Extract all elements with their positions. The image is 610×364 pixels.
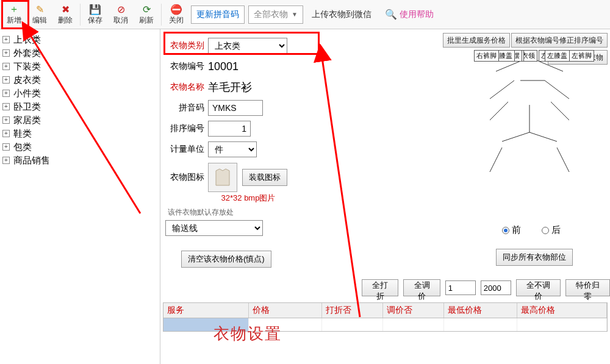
expand-icon[interactable]: + <box>2 157 10 164</box>
store-select[interactable]: 输送线 <box>165 220 263 236</box>
edit-button[interactable]: ✎ 编辑 <box>27 1 52 28</box>
adjust-val2-input[interactable] <box>481 280 511 295</box>
delete-button[interactable]: ✖ 删除 <box>52 1 78 28</box>
category-select[interactable]: 上衣类 <box>208 38 287 54</box>
special-zero-button[interactable]: 特价归零 <box>565 279 610 296</box>
top-right-buttons: 批里生成服务价格 根据衣物编号修正排序编号 <box>443 33 608 48</box>
front-back-radio: 前 后 <box>502 224 561 236</box>
r-foot-label[interactable]: 右裤脚 <box>474 50 499 62</box>
no-adjust-button[interactable]: 全不调价 <box>516 279 561 296</box>
sort-label: 排序编号 <box>163 123 208 134</box>
pencil-icon: ✎ <box>34 3 46 15</box>
icon-preview <box>208 163 237 192</box>
expand-icon[interactable]: + <box>2 130 10 137</box>
expand-icon[interactable]: + <box>2 49 10 57</box>
all-discount-button[interactable]: 全打折 <box>362 279 398 296</box>
tree-item-label: 皮衣类 <box>13 74 41 86</box>
tree-item-label: 上衣类 <box>13 34 41 46</box>
tree-item-0[interactable]: +上衣类 <box>2 33 157 46</box>
pinyin-input[interactable] <box>208 100 263 116</box>
edit-label: 编辑 <box>32 15 47 26</box>
tree-item-label: 下装类 <box>13 61 41 73</box>
col-service: 服务 <box>163 303 249 318</box>
l-knee-label[interactable]: 左膝盖 <box>545 50 570 62</box>
expand-icon[interactable]: + <box>2 63 10 70</box>
expand-icon[interactable]: + <box>2 76 10 84</box>
refresh-label: 刷新 <box>139 15 154 26</box>
all-clothes-dropdown[interactable]: 全部衣物 ▼ <box>248 5 303 24</box>
icon-label: 衣物图标 <box>163 172 208 183</box>
clothes-form: 衣物类别 上衣类 衣物编号 10001 衣物名称 羊毛开衫 拼音码 排序编号 计… <box>163 35 334 268</box>
help-button[interactable]: 🔍 使用帮助 <box>380 5 439 24</box>
icon-hint: 32*32 bmp图片 <box>221 193 276 202</box>
tree-item-3[interactable]: +皮衣类 <box>2 73 157 87</box>
save-button[interactable]: 💾 保存 <box>82 1 108 28</box>
adjust-val1-input[interactable] <box>445 280 476 295</box>
table-header: 服务 价格 打折否 调价否 最低价格 最高价格 <box>163 302 608 318</box>
l-foot-label[interactable]: 左裤脚 <box>569 50 594 62</box>
toolbar: ＋ 新增 ✎ 编辑 ✖ 删除 💾 保存 ⊘ 取消 ⟳ 刷新 ⛔ 关闭 更新拼音码… <box>0 0 610 29</box>
cancel-button[interactable]: ⊘ 取消 <box>108 1 134 28</box>
close-button[interactable]: ⛔ 关闭 <box>163 1 189 28</box>
cancel-icon: ⊘ <box>115 3 127 15</box>
number-value: 10001 <box>208 60 239 73</box>
tree-item-8[interactable]: +包类 <box>2 140 157 154</box>
unit-label: 计量单位 <box>163 144 208 155</box>
sort-input[interactable] <box>208 121 251 137</box>
clear-price-button[interactable]: 清空该衣物价格(慎点) <box>181 251 271 268</box>
fix-order-button[interactable]: 根据衣物编号修正排序编号 <box>511 33 608 48</box>
plus-icon: ＋ <box>8 3 20 15</box>
tree-item-label: 外套类 <box>13 48 41 59</box>
back-radio[interactable]: 后 <box>542 224 561 236</box>
update-pinyin-button[interactable]: 更新拼音码 <box>191 5 245 24</box>
tree-item-9[interactable]: +商品销售 <box>2 154 157 167</box>
new-button[interactable]: ＋ 新增 <box>1 1 27 28</box>
update-pinyin-label: 更新拼音码 <box>196 9 239 20</box>
all-clothes-label: 全部衣物 <box>254 9 288 20</box>
close-label: 关闭 <box>169 15 184 26</box>
tree-item-7[interactable]: +鞋类 <box>2 127 157 140</box>
front-radio[interactable]: 前 <box>502 224 521 236</box>
delete-label: 删除 <box>58 15 73 26</box>
store-hint: 该件衣物默认存放处 <box>168 208 234 216</box>
load-icon-button[interactable]: 装载图标 <box>242 169 287 186</box>
cancel-label: 取消 <box>113 15 128 26</box>
body-diagram: 衣领 右袖 左袖 右胸 左胸 右下摆 左下摆 右裤腰 左裤腰 右膝盖 左膝盖 右… <box>453 50 606 209</box>
col-minprice: 最低价格 <box>444 303 517 318</box>
tree-item-2[interactable]: +下装类 <box>2 60 157 73</box>
tree-item-4[interactable]: +小件类 <box>2 87 157 100</box>
magnifier-icon: 🔍 <box>385 9 397 20</box>
expand-icon[interactable]: + <box>2 143 10 151</box>
col-price: 价格 <box>249 303 322 318</box>
tree-item-5[interactable]: +卧卫类 <box>2 100 157 113</box>
expand-icon[interactable]: + <box>2 36 10 43</box>
col-discount: 打折否 <box>322 303 383 318</box>
unit-select[interactable]: 件 <box>208 141 257 157</box>
upload-wechat-label: 上传衣物到微信 <box>312 9 371 20</box>
upload-wechat-button[interactable]: 上传衣物到微信 <box>307 5 376 24</box>
category-label: 衣物类别 <box>163 40 208 51</box>
new-label: 新增 <box>7 15 21 26</box>
tree-item-label: 鞋类 <box>13 128 32 140</box>
tree-item-label: 家居类 <box>13 115 41 126</box>
expand-icon[interactable]: + <box>2 90 10 97</box>
price-adjust-row: 全打折 全调价 全不调价 特价归零 <box>362 279 610 296</box>
refresh-button[interactable]: ⟳ 刷新 <box>134 1 159 28</box>
expand-icon[interactable]: + <box>2 103 10 110</box>
number-label: 衣物编号 <box>163 61 208 72</box>
category-tree: +上衣类+外套类+下装类+皮衣类+小件类+卧卫类+家居类+鞋类+包类+商品销售 <box>0 29 160 364</box>
tree-item-1[interactable]: +外套类 <box>2 46 157 60</box>
pinyin-label: 拼音码 <box>163 102 208 113</box>
expand-icon[interactable]: + <box>2 116 10 124</box>
tree-item-label: 小件类 <box>13 88 41 99</box>
tree-item-label: 商品销售 <box>13 155 50 166</box>
sync-parts-button[interactable]: 同步所有衣物部位 <box>496 249 573 266</box>
tree-item-6[interactable]: +家居类 <box>2 113 157 127</box>
chevron-down-icon: ▼ <box>292 11 298 18</box>
all-adjust-button[interactable]: 全调价 <box>403 279 440 296</box>
batch-price-button[interactable]: 批里生成服务价格 <box>443 33 510 48</box>
tree-item-label: 卧卫类 <box>13 101 41 113</box>
col-maxprice: 最高价格 <box>517 303 607 318</box>
name-value: 羊毛开衫 <box>208 80 252 95</box>
col-adjust: 调价否 <box>383 303 444 318</box>
